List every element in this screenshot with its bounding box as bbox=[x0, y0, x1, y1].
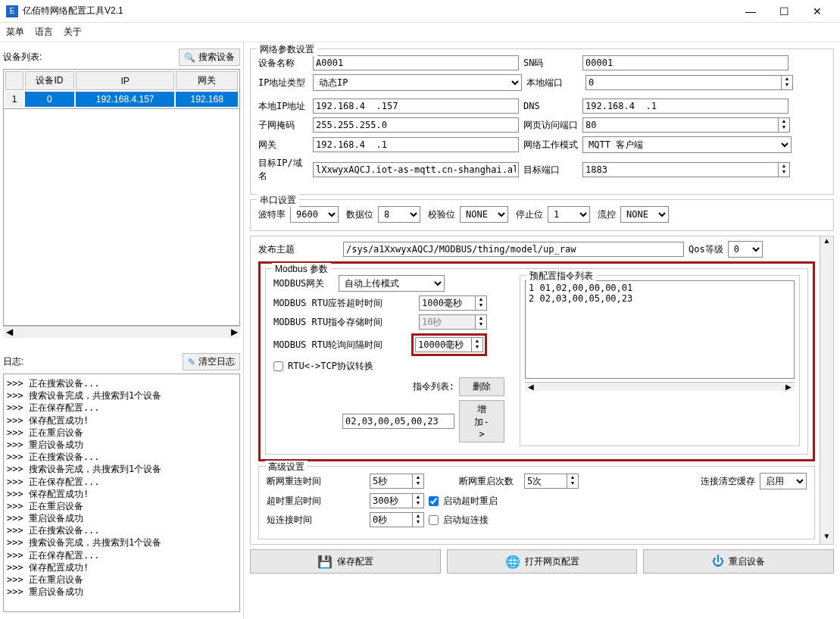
short-conn-spinner[interactable]: ▲▼ bbox=[370, 512, 424, 527]
rtu-tcp-checkbox[interactable] bbox=[273, 361, 283, 371]
device-table-body[interactable] bbox=[3, 109, 240, 326]
scroll-track[interactable] bbox=[15, 327, 228, 338]
add-button[interactable]: 增加-> bbox=[459, 400, 504, 442]
power-icon: ⏻ bbox=[712, 555, 724, 568]
table-row[interactable]: 1 0 192.168.4.157 192.168 bbox=[5, 92, 238, 107]
qos-select[interactable]: 0 bbox=[728, 241, 763, 258]
device-name-input[interactable] bbox=[313, 55, 519, 70]
timeout-reboot-input[interactable] bbox=[370, 493, 412, 508]
scroll-right-icon[interactable]: ▶ bbox=[228, 327, 240, 338]
target-input[interactable] bbox=[313, 162, 519, 177]
preset-scrollbar[interactable]: ◀ ▶ bbox=[525, 382, 795, 391]
short-conn-input[interactable] bbox=[370, 512, 412, 527]
device-table[interactable]: 设备ID IP 网关 1 0 192.168.4.157 192.168 bbox=[3, 69, 240, 109]
reboot-button[interactable]: ⏻ 重启设备 bbox=[643, 549, 834, 574]
retry-spinner[interactable]: ▲▼ bbox=[524, 474, 579, 489]
scroll-track[interactable] bbox=[537, 383, 782, 391]
modbus-resp-spinner[interactable]: ▲▼ bbox=[419, 295, 487, 311]
col-device-id[interactable]: 设备ID bbox=[25, 71, 74, 90]
local-port-input[interactable] bbox=[586, 75, 781, 90]
clear-log-button[interactable]: ✎ 清空日志 bbox=[183, 353, 240, 370]
spinner-arrows[interactable]: ▲▼ bbox=[567, 474, 579, 489]
local-port-spinner[interactable]: ▲▼ bbox=[586, 75, 793, 90]
menu-lang[interactable]: 语言 bbox=[35, 26, 53, 39]
timeout-reboot-spinner[interactable]: ▲▼ bbox=[370, 493, 424, 508]
scroll-down-icon[interactable]: ▼ bbox=[823, 532, 831, 544]
window-title: 亿佰特网络配置工具V2.1 bbox=[23, 5, 734, 17]
modbus-poll-spinner[interactable]: ▲▼ bbox=[415, 337, 483, 352]
log-textarea[interactable]: >>> 正在搜索设备...>>> 搜索设备完成，共搜索到1个设备>>> 正在保存… bbox=[3, 374, 240, 612]
scroll-right-icon[interactable]: ▶ bbox=[782, 383, 795, 391]
serial-group: 串口设置 波特率9600 数据位8 校验位NONE 停止位1 流控NONE bbox=[250, 199, 834, 231]
cmd-input[interactable] bbox=[342, 414, 454, 429]
sn-input[interactable] bbox=[582, 55, 788, 70]
enable-timeout-reboot-label: 启动超时重启 bbox=[443, 495, 498, 508]
enable-timeout-reboot-checkbox[interactable] bbox=[429, 496, 439, 506]
mask-input[interactable] bbox=[313, 117, 519, 133]
menu-main[interactable]: 菜单 bbox=[6, 26, 24, 39]
local-port-label: 本地端口 bbox=[526, 77, 581, 89]
preset-cmd-list[interactable]: 1 01,02,00,00,00,012 02,03,00,05,00,23 bbox=[525, 280, 795, 379]
spinner-arrows[interactable]: ▲▼ bbox=[778, 117, 790, 133]
scroll-panel: ▲ ▼ 发布主题 Qos等级 0 Modbus 参数 MODBUS网关 bbox=[250, 236, 834, 545]
menu-about[interactable]: 关于 bbox=[64, 26, 82, 39]
gateway-input[interactable] bbox=[313, 137, 519, 152]
reconnect-spinner[interactable]: ▲▼ bbox=[370, 474, 424, 489]
horizontal-scrollbar[interactable]: ◀ ▶ bbox=[3, 326, 240, 338]
stopbits-select[interactable]: 1 bbox=[548, 206, 590, 223]
network-params-group: 网络参数设置 设备名称 SN码 IP地址类型 动态IP 本地端口 ▲▼ 本地IP… bbox=[250, 48, 834, 195]
ip-type-select[interactable]: 动态IP bbox=[313, 74, 522, 91]
spinner-arrows[interactable]: ▲▼ bbox=[471, 337, 483, 352]
work-mode-select[interactable]: MQTT 客户端 bbox=[582, 136, 792, 153]
target-port-input[interactable] bbox=[582, 162, 778, 177]
reconnect-input[interactable] bbox=[370, 474, 412, 489]
vertical-scrollbar[interactable]: ▲ ▼ bbox=[820, 236, 833, 544]
save-config-button[interactable]: 💾 保存配置 bbox=[250, 549, 441, 574]
databits-select[interactable]: 8 bbox=[378, 206, 420, 223]
cache-label: 连接清空缓存 bbox=[701, 475, 755, 488]
parity-select[interactable]: NONE bbox=[460, 206, 508, 223]
rtu-tcp-label: RTU<->TCP协议转换 bbox=[288, 360, 373, 373]
cache-select[interactable]: 启用 bbox=[760, 473, 807, 489]
target-port-label: 目标端口 bbox=[523, 164, 578, 177]
minimize-button[interactable]: — bbox=[734, 1, 767, 22]
dns-input[interactable] bbox=[582, 98, 788, 114]
local-ip-input[interactable] bbox=[313, 98, 519, 114]
spinner-arrows[interactable]: ▲▼ bbox=[412, 493, 424, 508]
modbus-resp-input[interactable] bbox=[419, 295, 475, 311]
spinner-arrows[interactable]: ▲▼ bbox=[778, 162, 790, 177]
publish-topic-input[interactable] bbox=[343, 242, 684, 257]
ip-type-label: IP地址类型 bbox=[258, 77, 308, 89]
search-device-button[interactable]: 🔍 搜索设备 bbox=[179, 48, 240, 66]
maximize-button[interactable]: ☐ bbox=[767, 1, 801, 22]
retry-input[interactable] bbox=[524, 474, 567, 489]
advanced-title: 高级设置 bbox=[265, 461, 308, 474]
modbus-gw-select[interactable]: 自动上传模式 bbox=[339, 275, 445, 292]
modbus-poll-input[interactable] bbox=[415, 337, 471, 352]
target-port-spinner[interactable]: ▲▼ bbox=[582, 162, 790, 177]
gateway-label: 网关 bbox=[258, 139, 308, 152]
web-port-spinner[interactable]: ▲▼ bbox=[582, 117, 790, 133]
web-port-input[interactable] bbox=[582, 117, 778, 133]
row-gateway: 192.168 bbox=[176, 92, 238, 107]
scroll-left-icon[interactable]: ◀ bbox=[3, 327, 15, 338]
scroll-up-icon[interactable]: ▲ bbox=[823, 236, 831, 249]
open-web-button[interactable]: 🌐 打开网页配置 bbox=[447, 549, 638, 574]
col-gateway[interactable]: 网关 bbox=[176, 71, 238, 90]
spinner-arrows[interactable]: ▲▼ bbox=[475, 295, 487, 311]
network-params-title: 网络参数设置 bbox=[257, 43, 317, 56]
scroll-left-icon[interactable]: ◀ bbox=[525, 383, 537, 391]
spinner-arrows[interactable]: ▲▼ bbox=[781, 75, 793, 90]
baud-select[interactable]: 9600 bbox=[290, 206, 339, 223]
spinner-arrows[interactable]: ▲▼ bbox=[412, 474, 424, 489]
enable-short-conn-checkbox[interactable] bbox=[429, 515, 439, 525]
delete-button[interactable]: 删除 bbox=[459, 377, 504, 396]
col-ip[interactable]: IP bbox=[76, 71, 175, 90]
flow-select[interactable]: NONE bbox=[620, 206, 669, 223]
flow-label: 流控 bbox=[598, 208, 616, 221]
dns-label: DNS bbox=[523, 101, 578, 111]
close-button[interactable]: ✕ bbox=[801, 1, 834, 22]
save-icon: 💾 bbox=[317, 555, 333, 569]
spinner-arrows[interactable]: ▲▼ bbox=[412, 512, 424, 527]
serial-title: 串口设置 bbox=[257, 194, 299, 207]
